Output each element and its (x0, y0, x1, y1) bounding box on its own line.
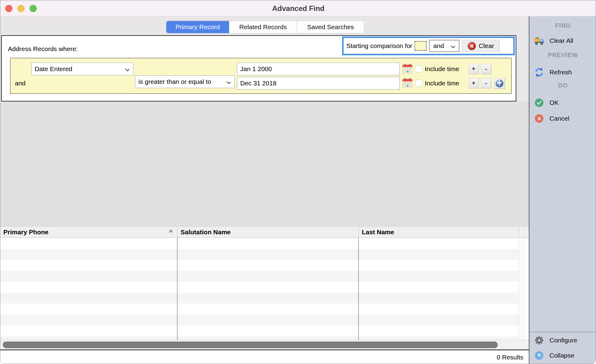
column-divider (358, 238, 359, 340)
ok-label: OK (549, 99, 559, 106)
refresh-label: Refresh (549, 69, 572, 76)
remove-condition-button-row2[interactable]: - (481, 78, 491, 88)
configure-button[interactable]: Configure (529, 335, 596, 346)
find-section-header: FIND (529, 22, 596, 29)
conjunction-label-row2: and (15, 80, 29, 87)
minus-icon: - (485, 65, 487, 73)
gear-icon (534, 335, 545, 346)
calendar-icon (402, 64, 413, 74)
cancel-label: Cancel (549, 115, 569, 122)
plus-icon: + (472, 79, 476, 87)
column-header-salutation-name[interactable]: Salutation Name (177, 227, 359, 238)
records-where-label: Address Records where: (8, 45, 78, 53)
column-header-primary-phone[interactable]: Primary Phone (0, 227, 177, 238)
refresh-icon (534, 67, 545, 78)
column-header-last-name[interactable]: Last Name (359, 227, 519, 238)
tab-label: Saved Searches (307, 23, 354, 31)
starting-comparison-label: Starting comparison for (346, 42, 412, 50)
move-condition-down-button[interactable] (494, 78, 505, 89)
include-time-label-row1: Include time (425, 65, 459, 73)
sort-ascending-icon[interactable]: ^ (166, 226, 175, 238)
tab-primary-record[interactable]: Primary Record (166, 21, 229, 33)
add-condition-button-row2[interactable]: + (469, 78, 479, 88)
operator-select-value: is greater than or equal to (138, 78, 211, 85)
horizontal-scrollbar-thumb[interactable] (3, 342, 498, 348)
calendar-picker-button-row1[interactable] (402, 64, 413, 75)
vertical-scrollbar-track[interactable] (519, 238, 529, 340)
chevron-down-icon (226, 80, 230, 84)
clear-x-icon (468, 42, 476, 50)
starting-conjunction-value: and (433, 42, 444, 50)
configure-label: Configure (549, 337, 577, 344)
column-header-label: Last Name (362, 228, 394, 236)
collapse-label: Collapse (549, 352, 574, 359)
collapse-chevrons-icon: « (534, 350, 545, 361)
advanced-find-window: Advanced Find Primary Record Related Rec… (0, 0, 596, 364)
column-header-label: Salutation Name (181, 228, 231, 236)
plus-icon: + (472, 65, 476, 73)
date-value-input-row2[interactable] (237, 77, 400, 90)
ok-check-icon (534, 97, 545, 108)
panel-background (0, 101, 529, 226)
starting-conjunction-select[interactable]: and (429, 40, 459, 52)
minus-icon: - (485, 79, 487, 87)
tab-group: Primary Record Related Records Saved Sea… (166, 21, 364, 33)
include-time-label-row2: Include time (425, 80, 459, 87)
remove-condition-button-row1[interactable]: - (481, 64, 491, 74)
starting-comparison-box: Starting comparison for and Clear (342, 36, 515, 55)
comparison-field-placeholder[interactable] (414, 41, 427, 51)
clear-all-button[interactable]: Clear All (529, 35, 596, 46)
field-select-row1[interactable]: Date Entered (31, 63, 133, 75)
chevron-down-icon (451, 44, 455, 48)
cancel-x-icon (534, 113, 545, 124)
column-header-label: Primary Phone (3, 228, 48, 236)
sidebar-footer-separator (529, 332, 596, 332)
title-bar: Advanced Find (0, 0, 596, 16)
horizontal-scrollbar-track[interactable] (0, 340, 529, 349)
tab-label: Related Records (239, 23, 287, 31)
truck-icon (534, 35, 545, 46)
results-table-header: Primary Phone Salutation Name Last Name … (0, 226, 529, 238)
results-count: 0 Results (497, 350, 523, 364)
include-time-checkbox-row2[interactable] (415, 80, 422, 87)
preview-section-header: PREVIEW (529, 52, 596, 59)
tab-saved-searches[interactable]: Saved Searches (297, 21, 364, 33)
date-value-input-row1[interactable] (237, 63, 400, 75)
field-select-value: Date Entered (35, 65, 72, 73)
tab-related-records[interactable]: Related Records (229, 21, 297, 33)
results-table-body[interactable] (0, 238, 529, 340)
action-sidebar: FIND Clear All PREVIEW (529, 16, 596, 364)
operator-select-row1[interactable]: is greater than or equal to (135, 75, 235, 88)
clear-all-label: Clear All (549, 37, 573, 44)
tab-label: Primary Record (175, 23, 220, 31)
clear-comparison-button[interactable]: Clear (462, 40, 500, 52)
collapse-button[interactable]: « Collapse (529, 350, 596, 361)
do-section-header: DO (529, 82, 596, 89)
calendar-picker-button-row2[interactable] (402, 78, 413, 89)
header-gutter (519, 227, 529, 238)
ok-button[interactable]: OK (529, 97, 596, 108)
status-bar: 0 Results (0, 350, 529, 364)
include-time-checkbox-row1[interactable] (415, 65, 422, 73)
calendar-icon (402, 78, 413, 88)
chevron-down-icon (125, 67, 129, 71)
window-title: Advanced Find (0, 0, 596, 16)
clear-button-label: Clear (479, 42, 494, 50)
refresh-button[interactable]: Refresh (529, 67, 596, 78)
column-divider (177, 238, 178, 340)
cancel-button[interactable]: Cancel (529, 113, 596, 124)
down-arrow-ball-icon (495, 79, 504, 88)
add-condition-button-row1[interactable]: + (469, 64, 479, 74)
